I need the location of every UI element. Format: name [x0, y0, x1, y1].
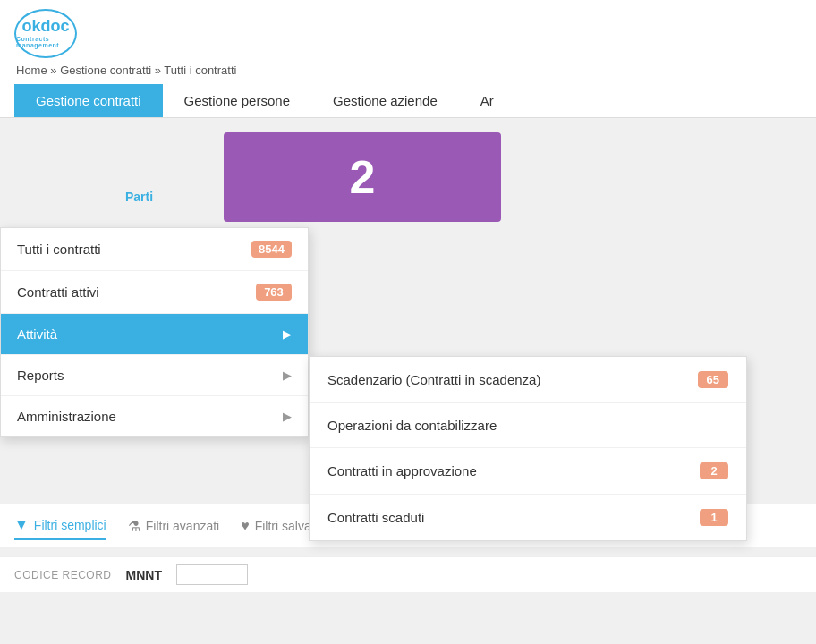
- filter-advanced-label: Filtri avanzati: [146, 519, 219, 533]
- submenu-item-badge: 1: [700, 509, 728, 526]
- purple-tile-value: 2: [350, 150, 376, 204]
- nav-item-ar[interactable]: Ar: [459, 84, 515, 117]
- filter-btn-salvati[interactable]: ♥ Filtri salvati: [241, 513, 318, 539]
- menu-item-label: Attività: [17, 326, 57, 342]
- breadcrumb: Home » Gestione contratti » Tutti i cont…: [14, 64, 802, 77]
- menu-item-label: Amministrazione: [17, 409, 116, 424]
- menu-item-badge: 763: [256, 284, 292, 301]
- logo: okdoc Contracts management: [14, 9, 77, 58]
- filter-simple-label: Filtri semplici: [34, 518, 106, 532]
- submenu-item-scadenzario[interactable]: Scadenzario (Contratti in scadenza) 65: [310, 357, 746, 403]
- filter-simple-icon: ▼: [14, 517, 29, 533]
- record-value: MNNT: [126, 568, 162, 582]
- menu-item-label: Reports: [17, 368, 64, 383]
- submenu-item-badge: 65: [698, 371, 728, 388]
- arrow-icon: ▶: [283, 369, 292, 382]
- breadcrumb-text: Home » Gestione contratti » Tutti i cont…: [16, 64, 236, 77]
- nav-item-gestione-aziende[interactable]: Gestione aziende: [311, 84, 459, 117]
- submenu-item-contratti-approvazione[interactable]: Contratti in approvazione 2: [310, 448, 746, 495]
- header: okdoc Contracts management Home » Gestio…: [0, 0, 816, 118]
- logo-subtitle: Contracts management: [16, 36, 75, 49]
- nav-item-gestione-contratti[interactable]: Gestione contratti: [14, 84, 163, 117]
- filter-saved-icon: ♥: [241, 518, 250, 534]
- arrow-icon: ▶: [283, 327, 292, 341]
- filter-advanced-icon: ⚗: [128, 518, 140, 535]
- primary-dropdown-menu: Tutti i contratti 8544 Contratti attivi …: [0, 227, 309, 437]
- filter-btn-semplici[interactable]: ▼ Filtri semplici: [14, 512, 106, 540]
- submenu-item-operazioni[interactable]: Operazioni da contabilizzare: [310, 403, 746, 448]
- menu-item-tutti-contratti[interactable]: Tutti i contratti 8544: [1, 228, 308, 271]
- nav-item-gestione-persone[interactable]: Gestione persone: [163, 84, 311, 117]
- arrow-icon: ▶: [283, 410, 292, 423]
- menu-item-reports[interactable]: Reports ▶: [1, 355, 308, 396]
- secondary-dropdown-menu: Scadenzario (Contratti in scadenza) 65 O…: [309, 356, 747, 541]
- submenu-item-label: Contratti scaduti: [327, 510, 424, 525]
- filter-btn-avanzati[interactable]: ⚗ Filtri avanzati: [128, 513, 219, 540]
- menu-item-contratti-attivi[interactable]: Contratti attivi 763: [1, 271, 308, 314]
- submenu-item-badge: 2: [700, 462, 728, 479]
- main-content: 2 Parti Tutti i contratti 8544 Contratti…: [0, 118, 816, 619]
- behind-content: Parti: [125, 190, 153, 204]
- record-label: CODICE RECORD: [14, 569, 112, 581]
- submenu-item-contratti-scaduti[interactable]: Contratti scaduti 1: [310, 495, 746, 540]
- navbar: Gestione contratti Gestione persone Gest…: [14, 84, 802, 117]
- record-input[interactable]: [176, 564, 248, 585]
- menu-item-attivita[interactable]: Attività ▶: [1, 314, 308, 355]
- record-bar: CODICE RECORD MNNT: [0, 556, 816, 592]
- submenu-item-label: Contratti in approvazione: [327, 463, 477, 479]
- menu-item-amministrazione[interactable]: Amministrazione ▶: [1, 396, 308, 436]
- logo-text: okdoc: [21, 18, 69, 36]
- logo-area: okdoc Contracts management: [14, 9, 802, 58]
- submenu-item-label: Operazioni da contabilizzare: [327, 418, 497, 433]
- purple-tile: 2: [224, 132, 501, 222]
- submenu-item-label: Scadenzario (Contratti in scadenza): [327, 372, 540, 387]
- menu-item-badge: 8544: [251, 241, 292, 258]
- menu-item-label: Contratti attivi: [17, 284, 99, 300]
- menu-item-label: Tutti i contratti: [17, 242, 101, 257]
